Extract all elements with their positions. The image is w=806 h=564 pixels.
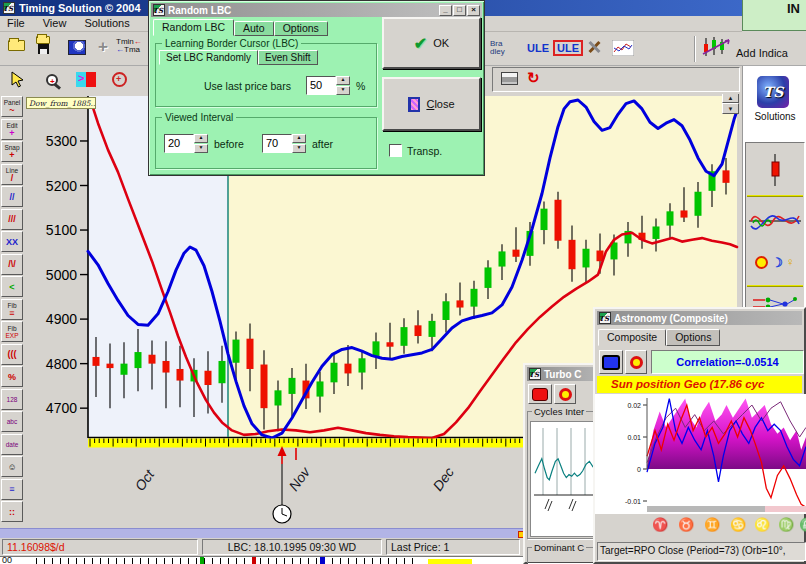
- use-last-spinner[interactable]: 50 ▲▼: [306, 76, 350, 95]
- ts-logo[interactable]: TS: [757, 76, 789, 108]
- left-tool-fib[interactable]: FibEXP: [1, 321, 23, 342]
- tab-random-lbc[interactable]: Random LBC: [153, 19, 234, 36]
- close-button[interactable]: Close: [382, 77, 481, 131]
- tab-options[interactable]: Options: [666, 329, 720, 346]
- price-scale-status: 11.16098$/d: [2, 539, 198, 555]
- left-tool-snap[interactable]: Snap+: [1, 141, 23, 162]
- zodiac-symbol: ♌: [754, 517, 770, 532]
- left-tool-icon16[interactable]: ☺: [1, 456, 23, 477]
- transp-checkbox[interactable]: [389, 144, 402, 157]
- left-tool-fib[interactable]: Fib≡: [1, 299, 23, 320]
- add-indicator-button[interactable]: [701, 36, 733, 58]
- menu-view[interactable]: View: [43, 17, 67, 30]
- shift-view-button[interactable]: >: [70, 68, 102, 91]
- left-tool-icon17[interactable]: ≡: [1, 479, 23, 500]
- after-value[interactable]: 70: [262, 134, 292, 153]
- open-file-button[interactable]: [8, 40, 25, 51]
- app-screen: 5300520051005000490048004700OctNovDec TS…: [0, 0, 806, 564]
- svg-text:4800: 4800: [46, 356, 77, 372]
- ule-button[interactable]: ULE: [527, 42, 549, 54]
- transp-label: Transp.: [407, 145, 442, 157]
- astronomy-tool-button[interactable]: ☽ ♀: [748, 243, 802, 281]
- left-tool-icon11[interactable]: (((: [1, 344, 23, 365]
- floppy-icon: [38, 44, 49, 54]
- clipped-axis-label: 00: [2, 556, 12, 564]
- cursor-tool-button[interactable]: [2, 68, 34, 91]
- tab-set-lbc-randomly[interactable]: Set LBC Randomly: [159, 50, 258, 65]
- ule-active-button[interactable]: ULE: [553, 40, 583, 56]
- refresh-button[interactable]: ↻: [527, 69, 540, 87]
- before-spinner[interactable]: 20 ▲▼: [164, 134, 208, 153]
- zoom-tool-button[interactable]: +: [36, 68, 68, 91]
- blue-square-icon: [602, 355, 620, 370]
- spin-down[interactable]: ▼: [336, 86, 350, 95]
- candlestick-tool-icon: [765, 152, 785, 188]
- last-price-status: Last Price: 1: [386, 539, 520, 555]
- svg-text:0: 0: [637, 466, 641, 473]
- spin-down[interactable]: ▼: [292, 144, 306, 153]
- ok-button[interactable]: ✔ OK: [382, 17, 481, 69]
- close-window-button[interactable]: ×: [467, 5, 480, 16]
- left-tool-panel[interactable]: Panel~: [1, 96, 23, 117]
- svg-text:0.01: 0.01: [627, 434, 641, 441]
- spin-up[interactable]: ▲: [336, 76, 350, 85]
- check-icon: ✔: [414, 34, 427, 53]
- left-tool-date[interactable]: date: [1, 434, 23, 455]
- random-lbc-dialog[interactable]: TS Random LBC _ □ × Random LBC Auto Opti…: [148, 0, 485, 176]
- tab-composite[interactable]: Composite: [598, 329, 666, 346]
- add-object-button[interactable]: +: [98, 42, 108, 52]
- maximize-button[interactable]: □: [453, 5, 466, 16]
- printer-icon: [501, 72, 518, 85]
- astronomy-window[interactable]: TS Astronomy (Composite) Composite Optio…: [593, 307, 806, 564]
- svg-text:5000: 5000: [46, 267, 77, 283]
- left-tool-icon5[interactable]: ///: [1, 209, 23, 230]
- print-button[interactable]: [501, 72, 518, 85]
- minimize-button[interactable]: _: [439, 5, 452, 16]
- sun-position-chart[interactable]: 0.020.010-0.01: [595, 394, 806, 514]
- left-tool-icon6[interactable]: XX: [1, 231, 23, 252]
- astronomy-title-bar[interactable]: TS Astronomy (Composite): [597, 311, 802, 325]
- left-tool-icon12[interactable]: %: [1, 366, 23, 387]
- before-value[interactable]: 20: [164, 134, 194, 153]
- scroll-down-button[interactable]: ▼: [722, 103, 739, 114]
- menu-solutions[interactable]: Solutions: [84, 17, 129, 30]
- astro-color-button[interactable]: [599, 350, 623, 374]
- price-tool-button[interactable]: [748, 149, 802, 191]
- svg-text:Dec: Dec: [429, 464, 457, 494]
- save-button[interactable]: [36, 36, 50, 54]
- tab-options[interactable]: Options: [274, 21, 328, 36]
- add-indicator-label: Add Indica: [736, 47, 788, 59]
- left-tool-icon4[interactable]: //: [1, 186, 23, 207]
- left-tool-edit[interactable]: Edit+: [1, 119, 23, 140]
- toolbar-separator: [694, 36, 696, 62]
- downloader-button[interactable]: [68, 40, 86, 55]
- spin-up[interactable]: ▲: [292, 134, 306, 143]
- tmin-tma-control[interactable]: Tmin← ←Tma: [116, 38, 142, 54]
- menu-file[interactable]: File: [7, 17, 25, 30]
- astro-target-button[interactable]: [625, 350, 647, 374]
- info-box: IN: [742, 0, 806, 31]
- use-last-value[interactable]: 50: [306, 76, 336, 95]
- app-ts-icon: TS: [3, 2, 15, 14]
- mini-chart-button[interactable]: [612, 40, 634, 56]
- left-tool-icon8[interactable]: <: [1, 276, 23, 297]
- left-tool-abc[interactable]: abc: [1, 411, 23, 432]
- viewed-interval-label: Viewed Interval: [162, 112, 236, 123]
- spin-down[interactable]: ▼: [194, 144, 208, 153]
- spin-up[interactable]: ▲: [194, 134, 208, 143]
- turbo-target-button[interactable]: [554, 384, 576, 404]
- turbo-color-button[interactable]: [528, 384, 552, 404]
- zoom-reset-button[interactable]: +: [104, 68, 134, 91]
- left-tool-line[interactable]: Line/: [1, 164, 23, 185]
- tab-even-shift[interactable]: Even Shift: [258, 50, 318, 65]
- lbc-title-bar[interactable]: TS Random LBC _ □ ×: [151, 3, 482, 17]
- tab-auto[interactable]: Auto: [234, 21, 274, 36]
- cycles-tool-button[interactable]: [748, 201, 802, 241]
- bradley-button[interactable]: Bra dley: [490, 40, 505, 56]
- tools-button[interactable]: [586, 39, 602, 55]
- left-tool-icon18[interactable]: ::: [1, 501, 23, 522]
- after-spinner[interactable]: 70 ▲▼: [262, 134, 306, 153]
- open-folder-icon: [8, 40, 25, 51]
- left-tool-128[interactable]: 128: [1, 389, 23, 410]
- left-tool-icon7[interactable]: /\/: [1, 254, 23, 275]
